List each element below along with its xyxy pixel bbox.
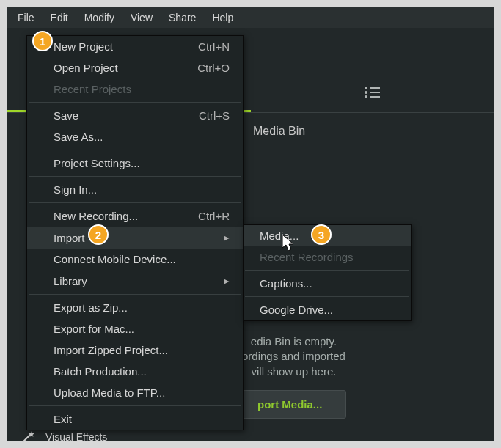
empty-line: vill show up here.: [242, 364, 345, 379]
menu-view[interactable]: View: [123, 9, 160, 26]
menu-share[interactable]: Share: [161, 9, 203, 26]
cursor-icon: [281, 233, 296, 255]
menu-help[interactable]: Help: [205, 9, 241, 26]
menu-project-settings[interactable]: Project Settings...: [27, 153, 243, 174]
media-bin-label: Media Bin: [253, 125, 305, 138]
svg-rect-3: [370, 92, 380, 93]
submenu-recent-recordings: Recent Recordings: [244, 246, 411, 268]
svg-rect-5: [370, 96, 380, 98]
empty-line: edia Bin is empty.: [242, 334, 345, 349]
menu-export-mac[interactable]: Export for Mac...: [27, 318, 243, 339]
callout-badge-2: 2: [88, 224, 109, 245]
menu-separator: [29, 176, 241, 177]
sidebar-item-label: Visual Effects: [45, 431, 107, 443]
menu-separator: [29, 202, 241, 203]
menu-label: Upload Media to FTP...: [54, 386, 165, 399]
menu-label: Export as Zip...: [54, 301, 128, 314]
menu-label: Google Drive...: [260, 304, 333, 316]
svg-point-0: [365, 87, 367, 89]
menu-label: New Project: [54, 40, 113, 53]
menu-shortcut: Ctrl+S: [199, 109, 230, 122]
menu-label: Connect Mobile Device...: [54, 253, 176, 265]
submenu-arrow-icon: ▸: [224, 274, 230, 287]
menu-modify[interactable]: Modify: [77, 9, 122, 26]
menu-open-project[interactable]: Open Project Ctrl+O: [27, 57, 243, 78]
menu-label: Project Settings...: [54, 157, 140, 169]
menu-save-as[interactable]: Save As...: [27, 126, 243, 147]
menu-label: Batch Production...: [54, 365, 147, 378]
menu-label: Captions...: [260, 277, 312, 290]
submenu-captions[interactable]: Captions...: [244, 273, 411, 294]
tab-list-view[interactable]: [251, 72, 494, 112]
menu-separator: [245, 270, 409, 271]
menu-label: Import: [54, 232, 85, 244]
menu-export-zip[interactable]: Export as Zip...: [27, 297, 243, 318]
menu-new-project[interactable]: New Project Ctrl+N: [27, 36, 243, 57]
menu-label: Save: [54, 109, 78, 122]
menu-separator: [29, 405, 241, 406]
menu-import-zipped[interactable]: Import Zipped Project...: [27, 339, 243, 361]
menu-label: Recent Recordings: [260, 251, 354, 263]
menu-shortcut: Ctrl+O: [197, 62, 230, 74]
svg-point-4: [365, 95, 367, 98]
file-dropdown: New Project Ctrl+N Open Project Ctrl+O R…: [26, 35, 244, 430]
menu-upload-ftp[interactable]: Upload Media to FTP...: [27, 382, 243, 403]
menu-label: Open Project: [54, 62, 118, 74]
submenu-arrow-icon: ▸: [224, 231, 230, 244]
menu-connect-mobile[interactable]: Connect Mobile Device...: [27, 249, 243, 270]
import-media-button[interactable]: port Media...: [242, 390, 346, 419]
app-window: File Edit Modify View Share Help Media B…: [7, 7, 494, 441]
menu-label: Exit: [54, 413, 72, 425]
menu-exit[interactable]: Exit: [27, 408, 243, 430]
empty-line: ordings and imported: [242, 349, 345, 364]
svg-line-6: [23, 433, 32, 442]
menu-save[interactable]: Save Ctrl+S: [27, 105, 243, 126]
menu-edit[interactable]: Edit: [43, 9, 76, 26]
menu-label: Recent Projects: [54, 83, 131, 95]
menu-recent-projects: Recent Projects: [27, 78, 243, 100]
menu-separator: [29, 294, 241, 295]
submenu-google-drive[interactable]: Google Drive...: [244, 299, 411, 320]
menu-sign-in[interactable]: Sign In...: [27, 179, 243, 200]
empty-state-message: edia Bin is empty. ordings and imported …: [242, 334, 345, 379]
menu-batch-production[interactable]: Batch Production...: [27, 361, 243, 382]
svg-point-2: [365, 91, 367, 94]
callout-badge-3: 3: [311, 224, 332, 245]
menu-import[interactable]: Import ▸: [27, 227, 243, 249]
menubar: File Edit Modify View Share Help: [7, 7, 494, 28]
menu-separator: [29, 102, 241, 103]
menu-label: Sign In...: [54, 183, 97, 196]
menu-label: Export for Mac...: [54, 323, 134, 335]
menu-shortcut: Ctrl+R: [198, 210, 230, 222]
wand-icon: [21, 430, 35, 444]
menu-new-recording[interactable]: New Recording... Ctrl+R: [27, 205, 243, 227]
list-view-icon: [364, 86, 380, 99]
menu-separator: [245, 296, 409, 297]
menu-label: Save As...: [54, 131, 103, 143]
svg-rect-1: [370, 87, 380, 89]
menu-shortcut: Ctrl+N: [198, 40, 230, 53]
menu-label: New Recording...: [54, 210, 138, 222]
menu-label: Import Zipped Project...: [54, 344, 168, 356]
menu-label: Library: [54, 275, 87, 287]
callout-badge-1: 1: [32, 31, 53, 51]
menu-library[interactable]: Library ▸: [27, 270, 243, 292]
menu-file[interactable]: File: [10, 9, 42, 26]
sidebar-visual-effects[interactable]: Visual Effects: [21, 430, 107, 444]
menu-separator: [29, 150, 241, 150]
